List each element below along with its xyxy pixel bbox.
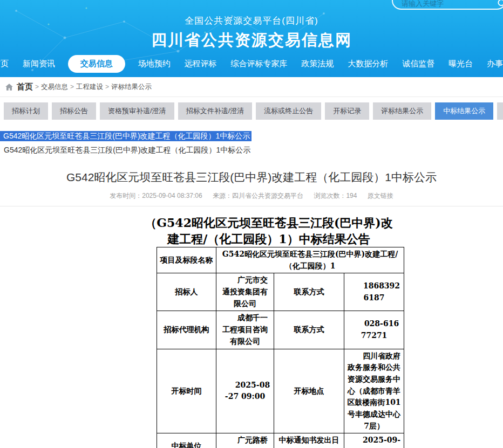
field-value-cell: 广元市交通投资集团有限公司 <box>216 273 274 311</box>
nav-item[interactable]: 场地预约 <box>137 56 172 72</box>
original-link[interactable]: 原文链接 <box>368 192 393 199</box>
source: 来源：四川省公共资源交易平台 <box>213 192 303 199</box>
nav-item[interactable]: 诚信监督 <box>401 56 436 72</box>
field-label-cell: 开标时间 <box>157 349 216 433</box>
result-link[interactable]: G542昭化区元坝至旺苍县三江段(巴中界)改建工程（化工园段）1中标公示 <box>0 146 503 155</box>
field-label-cell: 联系方式 <box>274 273 344 311</box>
field-value-cell: G542昭化区元坝至旺苍县三江段(巴中界)改建工程/（化工园段）1 <box>216 247 404 273</box>
category-tab[interactable]: 评标结果公示 <box>373 102 431 120</box>
breadcrumb-home[interactable]: 首页 <box>17 82 33 92</box>
site-header: 全国公共资源交易平台(四川省) 四川省公共资源交易信息网 首页新闻资讯交易信息场… <box>0 0 503 77</box>
notice-title: （G542昭化区元坝至旺苍县三江段(巴中界)改 建工程/（化工园段）1）中标结果… <box>127 215 410 247</box>
field-value-cell: 广元路桥集团有限公司 <box>216 433 274 448</box>
field-value-cell: 028-61677271 <box>344 311 404 349</box>
nav-item[interactable]: 曝光台 <box>447 56 474 72</box>
platform-title: 全国公共资源交易平台(四川省) <box>0 0 503 27</box>
field-label-cell: 中标通知书发出日期 <box>274 433 344 448</box>
breadcrumb: 首页 > 交易信息 > 工程建设 > 评标结果公示 <box>0 77 503 97</box>
category-tab[interactable]: 资格预审补遗/澄清 <box>100 102 174 120</box>
field-label-cell: 中标单位 <box>157 433 216 448</box>
nav-item[interactable]: 政策法规 <box>300 56 335 72</box>
table-row: 招标人广元市交通投资集团有限公司联系方式18683926187 <box>157 273 404 311</box>
publish-time: 发布时间：2025-09-04 08:37:06 <box>110 192 202 199</box>
nav-item[interactable]: 综合评标专家库 <box>229 56 288 72</box>
nav-item[interactable]: 办事服务 <box>486 56 503 72</box>
breadcrumb-separator: > <box>35 83 39 91</box>
category-tabs: 招标计划招标公告资格预审补遗/澄清招标文件补遗/澄清流标或终止公告开标记录评标结… <box>0 102 503 120</box>
category-tab[interactable]: 招标计划 <box>4 102 48 120</box>
breadcrumb-separator: > <box>70 83 74 91</box>
result-link-selected[interactable]: G542昭化区元坝至旺苍县三江段(巴中界)改建工程（化工园段）1中标公示 <box>0 131 252 141</box>
field-value-cell: 四川省政府政务服务和公共资源交易服务中心（成都市青羊区鼓楼南街101号丰德成达中… <box>344 349 404 433</box>
field-value-cell: 成都千一工程项目咨询有限公司 <box>216 311 274 349</box>
category-tab[interactable]: 招标公告 <box>52 102 96 120</box>
nav-item[interactable]: 远程评标 <box>183 56 218 72</box>
field-label-cell: 招标代理机构 <box>157 311 216 349</box>
field-value-cell: 18683926187 <box>344 273 404 311</box>
table-row: 中标单位广元路桥集团有限公司中标通知书发出日期2025-09-10 <box>157 433 404 448</box>
category-tab[interactable]: 中标结果公示 <box>435 102 493 120</box>
field-value-cell: 2025-09-10 <box>344 433 404 448</box>
result-list: G542昭化区元坝至旺苍县三江段(巴中界)改建工程（化工园段）1中标公示 <box>0 131 503 141</box>
notice-document: （G542昭化区元坝至旺苍县三江段(巴中界)改 建工程/（化工园段）1）中标结果… <box>127 215 410 448</box>
table-row: 开标时间2025-08-27 09:00开标地点四川省政府政务服务和公共资源交易… <box>157 349 404 433</box>
table-row: 项目及标段名称G542昭化区元坝至旺苍县三江段(巴中界)改建工程/（化工园段）1 <box>157 247 404 273</box>
nav-item[interactable]: 新闻资讯 <box>22 56 56 72</box>
view-count: 浏览次数：194 <box>314 192 357 199</box>
table-row: 招标代理机构成都千一工程项目咨询有限公司联系方式028-61677271 <box>157 311 404 349</box>
category-tab[interactable]: 签约履行 <box>497 102 503 120</box>
field-label-cell: 招标人 <box>157 273 216 311</box>
article-meta: 发布时间：2025-09-04 08:37:06 来源：四川省公共资源交易平台 … <box>0 191 503 201</box>
breadcrumb-item-trade-info[interactable]: 交易信息 <box>41 82 68 92</box>
field-value-cell: 2025-08-27 09:00 <box>216 349 274 433</box>
breadcrumb-item-eval-result[interactable]: 评标结果公示 <box>111 82 152 92</box>
nav-item[interactable]: 交易信息 <box>68 55 125 73</box>
field-label-cell: 联系方式 <box>274 311 344 349</box>
page-title: G542昭化区元坝至旺苍县三江段(巴中界)改建工程（化工园段）1中标公示 <box>0 170 503 185</box>
breadcrumb-separator: > <box>105 83 109 91</box>
category-tab[interactable]: 流标或终止公告 <box>256 102 321 120</box>
divider <box>0 206 503 206</box>
breadcrumb-item-engineering[interactable]: 工程建设 <box>76 82 103 92</box>
field-label-cell: 项目及标段名称 <box>157 247 216 273</box>
site-title: 四川省公共资源交易信息网 <box>0 30 503 51</box>
nav-item[interactable]: 大数据分析 <box>346 56 389 72</box>
category-tab[interactable]: 开标记录 <box>325 102 369 120</box>
nav-item[interactable]: 首页 <box>0 56 10 72</box>
main-nav: 首页新闻资讯交易信息场地预约远程评标综合评标专家库政策法规大数据分析诚信监督曝光… <box>0 51 503 76</box>
notice-table-body: 项目及标段名称G542昭化区元坝至旺苍县三江段(巴中界)改建工程/（化工园段）1… <box>157 247 404 448</box>
home-icon[interactable] <box>5 83 13 91</box>
category-tab[interactable]: 招标文件补遗/澄清 <box>178 102 253 120</box>
field-label-cell: 开标地点 <box>274 349 344 433</box>
notice-table: 项目及标段名称G542昭化区元坝至旺苍县三江段(巴中界)改建工程/（化工园段）1… <box>157 247 404 448</box>
